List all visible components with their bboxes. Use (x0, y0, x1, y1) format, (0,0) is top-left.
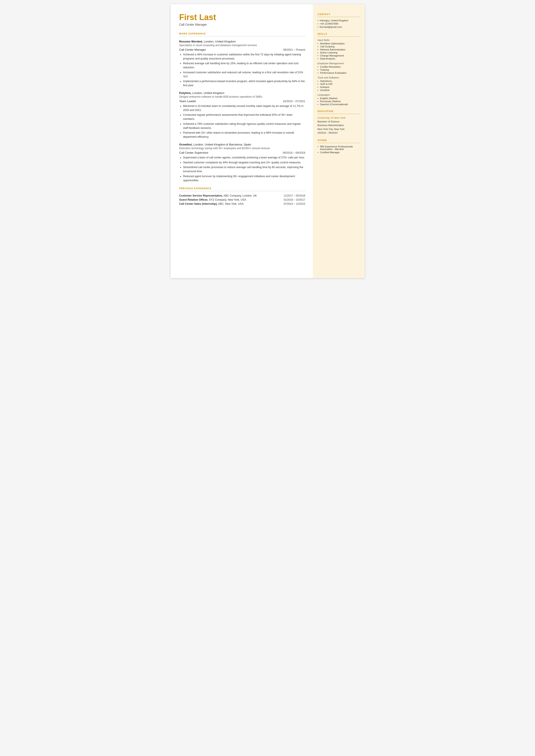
work-experience-section-title: WORK EXPERIENCE (179, 32, 305, 35)
employer-2-dates: 10/2019 – 07/2021 (283, 100, 305, 103)
prev-exp-2-role-rest: XYZ Company, New York, USA (208, 198, 246, 201)
skill-perf-eval: Performance Evaluation (318, 71, 360, 74)
skill-voip: VoIP & IVR (318, 83, 360, 85)
languages-label: Languages: (318, 94, 360, 96)
skill-hubspot: Hubspot (318, 86, 360, 88)
employer-3-dates: 06/2018 – 09/2019 (283, 151, 305, 154)
skill-training: Training (318, 69, 360, 71)
bullet-item: Increased customer satisfaction and redu… (183, 70, 305, 79)
education-section: EDUCATION University of New York Bachelo… (318, 110, 360, 135)
prev-exp-3-role-bold: Call Center Sales (Internship), (179, 202, 218, 205)
skill-spanish: Spanish (Conversational) (318, 103, 360, 106)
skill-workflow: Workflow Optimization (318, 42, 360, 45)
employer-1-bullets: Achieved a 46% increase in customer sati… (183, 53, 305, 88)
contact-address: Haringey, United Kingdom (318, 19, 360, 22)
skills-section: SKILLS Hard Skills: Workflow Optimizatio… (318, 33, 360, 106)
employee-mgmt-label: Employee Management: (318, 62, 360, 65)
education-section-title: EDUCATION (318, 110, 360, 113)
prev-exp-1-dates: 11/2017 – 05/2018 (284, 194, 305, 197)
contact-section-title: CONTACT (318, 13, 360, 15)
previous-experience-section-title: PREVIOUS EXPERIENCE (179, 187, 305, 190)
skill-active-listening: Active Listening (318, 51, 360, 54)
bullet-item: Conducted regular performance assessment… (183, 113, 305, 121)
employer-3-name: Growthsi, (179, 143, 193, 146)
education-divider (318, 114, 360, 114)
contact-divider (318, 17, 360, 17)
edu-school: University of New York (318, 116, 360, 119)
other-section-title: OTHER (318, 139, 360, 142)
prev-exp-row-1: Customer Service Representative, ABC Com… (179, 194, 305, 197)
employer-3-desc: Education technology startup with 50+ em… (179, 147, 305, 150)
contact-phone: +44 1234567890 (318, 22, 360, 25)
other-section: OTHER RW Experience Professionals Associ… (318, 139, 360, 154)
prev-exp-row-2: Guest Relation Officer, XYZ Company, New… (179, 198, 305, 201)
employer-3-bullets: Supervised a team of call center agents,… (183, 155, 305, 182)
bullet-item: Implemented a performance-based incentiv… (183, 79, 305, 88)
candidate-name: First Last (179, 13, 305, 22)
edu-degree: Bachelor of Science (318, 120, 360, 124)
employer-2-location: London, United Kingdom (192, 91, 225, 95)
edu-field: Business Administration (318, 124, 360, 127)
skill-change-mgmt: Change Management (318, 54, 360, 57)
skill-english: English (Native) (318, 97, 360, 99)
skill-call-scripting: Call Scripting (318, 45, 360, 48)
employer-1-name: Resume Worded, (179, 40, 203, 43)
skill-salesforce: Salesforce, (318, 80, 360, 82)
bullet-item: Achieved a 46% increase in customer sati… (183, 53, 305, 61)
employer-1-job-row: Call Center Manager 08/2021 – Present (179, 48, 305, 51)
employer-3-location: London, United Kingdom & Barcelona, Spai… (193, 143, 251, 146)
prev-exp-1-role-bold: Customer Service Representative, (179, 194, 223, 197)
contact-email: first.last@gmail.com (318, 26, 360, 28)
bullet-item: Supervised a team of call center agents,… (183, 155, 305, 160)
employer-1-dates: 08/2021 – Present (283, 48, 305, 51)
employer-block-2: Polyhire, London, United Kingdom Designs… (179, 91, 305, 139)
employer-2-name: Polyhire, (179, 91, 191, 95)
prev-exp-2-role-bold: Guest Relation Officer, (179, 198, 208, 201)
employer-1-desc: Specializes in cloud computing and datab… (179, 44, 305, 47)
skill-conflict-resolution: Conflict Resolution (318, 66, 360, 68)
employer-block-3: Growthsi, London, United Kingdom & Barce… (179, 142, 305, 182)
edu-dates: 10/2011 - 06/2014 (318, 131, 360, 135)
bullet-item: Streamlined call center processes to red… (183, 165, 305, 174)
skills-section-title: SKILLS (318, 33, 360, 35)
prev-exp-row-3: Call Center Sales (Internship), ABC, New… (179, 202, 305, 205)
prev-exp-1-role-rest: ABC Company, London, UK (223, 194, 257, 197)
prev-exp-3-role-rest: ABC, New York, USA (217, 202, 243, 205)
employer-2-job-row: Team Leader 10/2019 – 07/2021 (179, 99, 305, 103)
other-item-2: Certified Manager (318, 151, 360, 154)
employer-2-desc: Designs enterprise software to handle B2… (179, 95, 305, 98)
bullet-item: Slashed customer complaints by 44% throu… (183, 160, 305, 165)
employer-block-1: Resume Worded, London, United Kingdom Sp… (179, 40, 305, 88)
skill-zendesk: Zendesk (318, 89, 360, 91)
bullet-item: Achieved a 79% customer satisfaction rat… (183, 122, 305, 130)
prev-exp-2-dates: 01/2016 – 10/2017 (284, 198, 305, 201)
employer-3-role: Call Center Supervisor (179, 151, 209, 154)
employer-3-job-row: Call Center Supervisor 06/2018 – 09/2019 (179, 151, 305, 154)
prev-exp-3-dates: 07/2014 – 12/2015 (284, 202, 305, 205)
work-experience-divider (179, 36, 305, 37)
bullet-item: Mentored a 10-member team to consistentl… (183, 104, 305, 112)
employer-1-role: Call Center Manager (179, 48, 206, 51)
bullet-item: Partnered with 10+ other teams to stream… (183, 131, 305, 139)
employer-2-role: Team Leader (179, 99, 196, 103)
bullet-item: Reduced agent turnover by implementing 3… (183, 174, 305, 182)
employer-2-bullets: Mentored a 10-member team to consistentl… (183, 104, 305, 139)
skill-data-analysis: Data Analysis (318, 57, 360, 60)
skill-network-admin: Network Administration (318, 48, 360, 51)
edu-location: New York City, New York (318, 127, 360, 131)
skill-romanian: Romanian (Native) (318, 100, 360, 102)
other-item-1: RW Experience Professionals Association … (318, 145, 360, 151)
contact-section: CONTACT Haringey, United Kingdom +44 123… (318, 13, 360, 28)
employer-1-location: London, United Kingdom (204, 40, 236, 43)
tools-label: Tools and Software: (318, 76, 360, 79)
candidate-title: Call Center Manager (179, 23, 305, 26)
bullet-item: Reduced average call handling time by 15… (183, 61, 305, 70)
hard-skills-label: Hard Skills: (318, 39, 360, 42)
